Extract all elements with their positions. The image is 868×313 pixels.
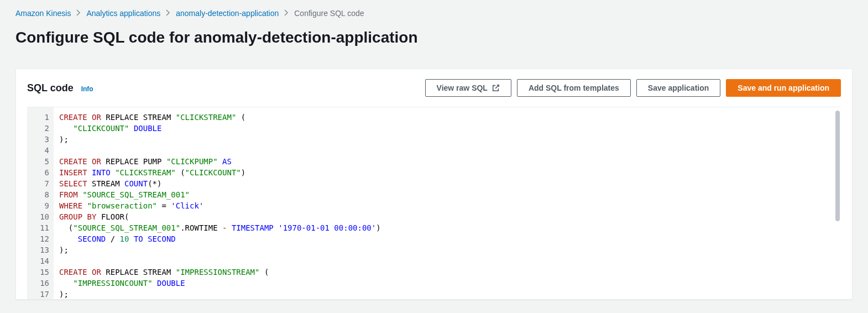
panel-actions: View raw SQL Add SQL from templates Save… bbox=[425, 79, 841, 97]
editor-code-area[interactable]: CREATE OR REPLACE STREAM "CLICKSTREAM" (… bbox=[54, 107, 841, 299]
add-sql-templates-button[interactable]: Add SQL from templates bbox=[517, 79, 631, 97]
view-raw-sql-label: View raw SQL bbox=[437, 84, 488, 92]
view-raw-sql-button[interactable]: View raw SQL bbox=[425, 79, 511, 97]
sql-editor[interactable]: 1234567891011121314151617 CREATE OR REPL… bbox=[27, 107, 841, 299]
save-and-run-label: Save and run application bbox=[738, 84, 829, 92]
page-title: Configure SQL code for anomaly-detection… bbox=[15, 29, 853, 46]
panel-title: SQL code bbox=[27, 82, 74, 94]
save-application-label: Save application bbox=[648, 84, 709, 92]
save-and-run-button[interactable]: Save and run application bbox=[726, 79, 841, 97]
chevron-right-icon bbox=[284, 8, 289, 19]
breadcrumb-link-analytics[interactable]: Analytics applications bbox=[86, 8, 160, 19]
info-link[interactable]: Info bbox=[81, 85, 93, 93]
add-sql-templates-label: Add SQL from templates bbox=[529, 84, 619, 92]
chevron-right-icon bbox=[76, 8, 81, 19]
breadcrumb-link-app[interactable]: anomaly-detection-application bbox=[176, 8, 279, 19]
sql-code-panel: SQL code Info View raw SQL Add SQL fro bbox=[15, 69, 853, 300]
editor-scrollbar[interactable] bbox=[835, 111, 840, 221]
breadcrumb-link-kinesis[interactable]: Amazon Kinesis bbox=[15, 8, 71, 19]
breadcrumb-current: Configure SQL code bbox=[294, 8, 364, 19]
save-application-button[interactable]: Save application bbox=[636, 79, 720, 97]
external-link-icon bbox=[492, 84, 500, 92]
editor-gutter: 1234567891011121314151617 bbox=[27, 107, 54, 299]
breadcrumb: Amazon Kinesis Analytics applications an… bbox=[15, 8, 853, 19]
chevron-right-icon bbox=[166, 8, 170, 19]
